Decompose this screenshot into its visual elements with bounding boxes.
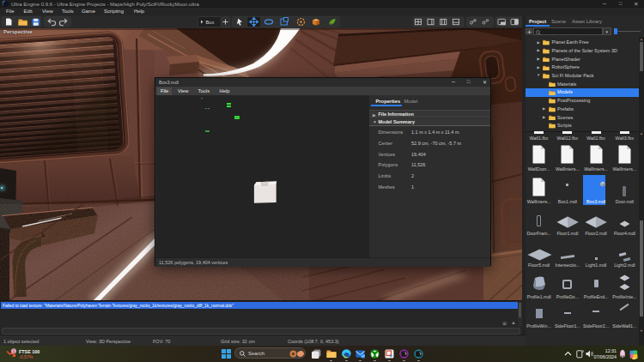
svg-text:1: 1 — [13, 349, 15, 353]
svg-text:Box: Box — [206, 20, 215, 25]
